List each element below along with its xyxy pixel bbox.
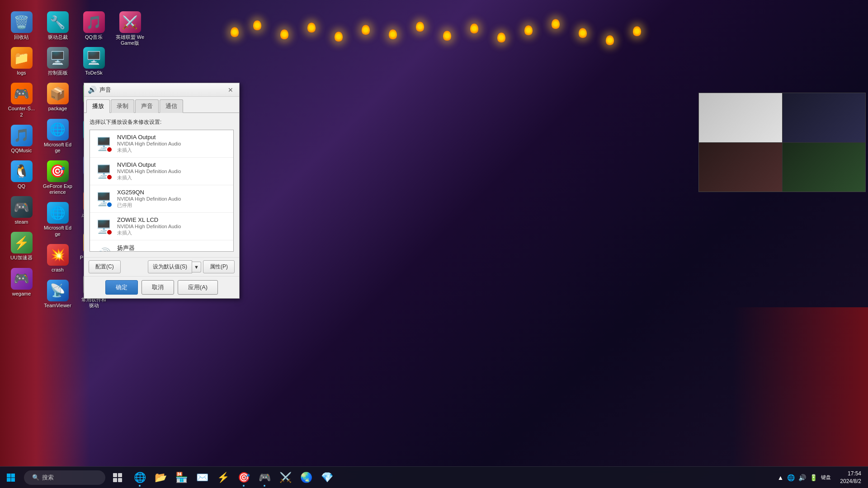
properties-button[interactable]: 属性(P) (203, 260, 235, 273)
system-icons: ▲ 🌐 🔊 🔋 键盘 (777, 474, 831, 481)
clock-time: 17:54 (840, 470, 861, 478)
device-item-xg259qn[interactable]: 🖥️ XG259QN NVIDIA High Definition Audio … (90, 185, 233, 213)
taskbar-mail[interactable]: ✉️ (192, 468, 212, 488)
device-item-nvidia-2[interactable]: 🖥️ NVIDIA Output NVIDIA High Definition … (90, 158, 233, 185)
dialog-body: 选择以下播放设备来修改设置: 🖥️ NVIDIA Output NVIDIA H… (84, 113, 239, 257)
tab-playback[interactable]: 播放 (86, 99, 110, 113)
svg-rect-6 (113, 478, 117, 482)
dialog-tabs: 播放 录制 声音 通信 (84, 97, 239, 113)
device-item-nvidia-1[interactable]: 🖥️ NVIDIA Output NVIDIA High Definition … (90, 130, 233, 158)
svg-rect-4 (113, 473, 117, 477)
svg-rect-7 (118, 478, 122, 482)
configure-button[interactable]: 配置(C) (89, 260, 121, 273)
device-icon-zowie: 🖥️ (94, 217, 113, 235)
icon-steam[interactable]: 🎮 steam (5, 194, 38, 227)
stream-preview (698, 93, 866, 192)
status-dot-unplugged-1 (106, 146, 113, 153)
taskbar-browser[interactable]: 🌏 (296, 468, 316, 488)
tray-sound[interactable]: 🔊 (798, 474, 806, 481)
status-dot-active-3 (106, 202, 113, 208)
svg-rect-3 (11, 478, 15, 482)
icon-recent-record[interactable]: 🗑️ 回收站 (5, 9, 38, 42)
device-info-nvidia-1: NVIDIA Output NVIDIA High Definition Aud… (117, 134, 229, 154)
clock-date: 2024/8/2 (840, 478, 861, 485)
dialog-bottom-bar: 配置(C) 设为默认值(S) ▼ 属性(P) (84, 257, 239, 276)
dialog-action-row: 确定 取消 应用(A) (84, 276, 239, 298)
taskbar-search-box[interactable]: 🔍 搜索 (24, 470, 105, 485)
stream-cell-2 (783, 93, 866, 142)
icon-qq-music-2[interactable]: 🎵 QQ音乐 (77, 9, 111, 42)
status-dot-unplugged-2 (106, 174, 113, 180)
search-icon: 🔍 (32, 474, 39, 481)
dialog-title-text: 声音 (99, 86, 226, 94)
clock[interactable]: 17:54 2024/8/2 (838, 470, 863, 485)
tray-keyboard: 键盘 (821, 474, 831, 481)
device-info-speaker: 扬声器 Realtek USB2.0 Audio 未插入 (117, 244, 229, 252)
cancel-button[interactable]: 取消 (142, 280, 174, 295)
device-item-speaker[interactable]: 🔊 扬声器 Realtek USB2.0 Audio 未插入 (90, 240, 233, 252)
icon-package[interactable]: 📦 package (41, 80, 75, 114)
icon-geforce[interactable]: 🎯 GeForce Experience (41, 158, 75, 197)
svg-rect-0 (7, 474, 11, 478)
taskbar-game1[interactable]: 🎯 (234, 468, 254, 488)
search-label: 搜索 (42, 474, 54, 482)
device-info-zowie: ZOWIE XL LCD NVIDIA High Definition Audi… (117, 216, 229, 236)
set-default-wrapper: 设为默认值(S) ▼ (148, 260, 201, 273)
taskbar-edge[interactable]: 🌐 (130, 468, 150, 488)
apply-button[interactable]: 应用(A) (178, 280, 218, 295)
icon-control-panel[interactable]: 🖥️ 控制面板 (41, 45, 75, 78)
device-info-xg259qn: XG259QN NVIDIA High Definition Audio 已停用 (117, 189, 229, 209)
tab-record[interactable]: 录制 (111, 99, 134, 113)
taskbar-app[interactable]: 💎 (317, 468, 337, 488)
icon-qq[interactable]: 🐧 QQ (5, 158, 38, 192)
taskbar-steam[interactable]: 🎮 (255, 468, 274, 488)
icon-crash[interactable]: 💥 crash (41, 242, 75, 275)
taskbar-apps: 🌐 📂 🏪 ✉️ ⚡ 🎯 🎮 ⚔️ 🌏 💎 (130, 468, 337, 488)
dialog-close-button[interactable]: ✕ (226, 85, 236, 95)
icon-todesk-1[interactable]: 🖥️ ToDeSk (77, 45, 111, 78)
stream-cell-4 (783, 143, 866, 192)
svg-rect-1 (11, 474, 15, 478)
dialog-instruction: 选择以下播放设备来修改设置: (90, 118, 234, 126)
device-icon-speaker: 🔊 (94, 246, 113, 252)
icon-qq-music-top[interactable]: 🎵 QQMusic (5, 122, 38, 156)
device-item-zowie[interactable]: 🖥️ ZOWIE XL LCD NVIDIA High Definition A… (90, 213, 233, 240)
icon-edge[interactable]: 🌐 Microsoft Edge (41, 117, 75, 156)
device-icon-nvidia-1: 🖥️ (94, 135, 113, 153)
set-default-button[interactable]: 设为默认值(S) (148, 260, 192, 273)
icon-edge-2[interactable]: 🌐 Microsoft Edge (41, 200, 75, 239)
set-default-dropdown-button[interactable]: ▼ (192, 262, 201, 272)
taskbar-explorer[interactable]: 📂 (151, 468, 170, 488)
icon-driver[interactable]: 🔧 驱动总裁 (41, 9, 75, 42)
device-list[interactable]: 🖥️ NVIDIA Output NVIDIA High Definition … (90, 130, 234, 252)
tray-battery[interactable]: 🔋 (810, 474, 817, 481)
ok-button[interactable]: 确定 (105, 280, 138, 295)
stream-cell-3 (699, 143, 782, 192)
taskbar-game2[interactable]: ⚔️ (275, 468, 295, 488)
taskbar-store[interactable]: 🏪 (171, 468, 191, 488)
icon-counter-strike[interactable]: 🎮 Counter-S... 2 (5, 80, 38, 120)
icon-logs[interactable]: 📁 logs (5, 45, 38, 78)
device-icon-xg259qn: 🖥️ (94, 190, 113, 208)
tray-arrow[interactable]: ▲ (777, 474, 783, 481)
tab-comm[interactable]: 通信 (160, 99, 183, 113)
status-dot-unplugged-4 (106, 229, 113, 235)
taskbar-activity[interactable]: ⚡ (213, 468, 233, 488)
task-view-button[interactable] (108, 468, 127, 488)
device-info-nvidia-2: NVIDIA Output NVIDIA High Definition Aud… (117, 161, 229, 181)
desktop-icons: 🗑️ 回收站 📁 logs 🎮 Counter-S... 2 🎵 QQMusic… (0, 5, 77, 334)
taskbar: 🔍 搜索 🌐 📂 🏪 ✉️ ⚡ 🎯 🎮 ⚔️ 🌏 💎 (0, 466, 868, 488)
stream-cell-1 (699, 93, 782, 142)
svg-rect-5 (118, 473, 122, 477)
icon-wegame-heroes[interactable]: ⚔️ 英雄联盟 WeGame版 (113, 9, 147, 48)
dialog-titlebar: 🔊 声音 ✕ (84, 83, 239, 97)
svg-rect-2 (7, 478, 11, 482)
dialog-title-icon: 🔊 (88, 85, 97, 94)
tab-sound[interactable]: 声音 (135, 99, 159, 113)
icon-teamviewer[interactable]: 📡 TeamViewer (41, 277, 75, 311)
icon-uu-acc[interactable]: ⚡ UU加速器 (5, 230, 38, 263)
taskbar-tray: ▲ 🌐 🔊 🔋 键盘 17:54 2024/8/2 (777, 470, 868, 485)
start-button[interactable] (0, 467, 22, 488)
tray-network[interactable]: 🌐 (787, 474, 795, 481)
icon-wegame[interactable]: 🎮 wegame (5, 266, 38, 299)
